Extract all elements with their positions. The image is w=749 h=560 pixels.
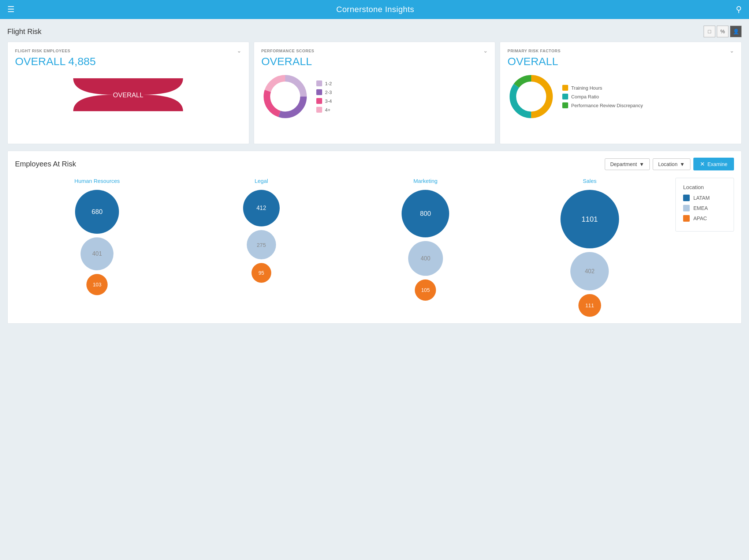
location-filter-btn[interactable]: Location ▼	[653, 158, 690, 170]
legend-training-hours: Training Hours	[562, 85, 643, 91]
svg-point-9	[517, 83, 545, 110]
flight-risk-title: Flight Risk	[7, 27, 41, 36]
legend-perf-review: Performance Review Discrepancy	[562, 102, 643, 108]
flight-risk-controls: □ % 👤	[704, 26, 742, 37]
dept-marketing: Marketing 800 400 105	[343, 178, 508, 301]
hr-label: Human Resources	[74, 178, 120, 184]
legal-bubbles: 412 275 95	[243, 190, 280, 283]
legend-item-23: 2-3	[316, 89, 332, 95]
legend-item-12: 1-2	[316, 80, 332, 86]
card1-chevron[interactable]: ⌄	[237, 48, 242, 54]
hr-emea-bubble: 401	[81, 237, 113, 270]
location-legend-box: Location LATAM EMEA APAC	[675, 178, 734, 232]
examine-btn[interactable]: ✕ Examine	[693, 158, 734, 170]
risk-factors-legend: Training Hours Compa Ratio Performance R…	[562, 85, 643, 108]
legal-latam-bubble: 412	[243, 190, 280, 226]
department-filter-btn[interactable]: Department ▼	[605, 158, 650, 170]
card2-value: OVERALL	[261, 55, 488, 68]
legend-emea: EMEA	[683, 205, 726, 211]
legal-emea-bubble: 275	[247, 230, 276, 259]
sales-bubbles: 1101 402 111	[560, 190, 619, 317]
dept-chevron-icon: ▼	[639, 161, 644, 167]
legend-compa-ratio: Compa Ratio	[562, 94, 643, 99]
card3-label: PRIMARY RISK FACTORS ⌄	[507, 48, 734, 54]
hr-apac-bubble: 103	[86, 274, 108, 295]
search-icon[interactable]: ⚲	[736, 5, 742, 14]
sales-latam-bubble: 1101	[560, 190, 619, 248]
primary-risk-factors-card: PRIMARY RISK FACTORS ⌄ OVERALL T	[500, 42, 742, 144]
bubble-chart-area: Human Resources 680 401 103 Legal 412 27…	[15, 178, 734, 317]
view-person-btn[interactable]: 👤	[730, 26, 742, 37]
flight-risk-section-header: Flight Risk □ % 👤	[7, 26, 742, 37]
legal-apac-bubble: 95	[251, 263, 271, 283]
view-box-btn[interactable]: □	[704, 26, 715, 37]
card3-chevron[interactable]: ⌄	[730, 48, 734, 54]
svg-point-5	[271, 83, 299, 110]
examine-icon: ✕	[700, 161, 705, 168]
sales-apac-bubble: 111	[578, 294, 601, 317]
view-percent-btn[interactable]: %	[717, 26, 728, 37]
marketing-emea-bubble: 400	[408, 241, 443, 276]
ear-section-header: Employees At Risk Department ▼ Location …	[15, 158, 734, 170]
ear-title: Employees At Risk	[15, 160, 76, 168]
dept-human-resources: Human Resources 680 401 103	[15, 178, 179, 295]
legend-apac: APAC	[683, 215, 726, 222]
risk-factors-donut-svg	[507, 73, 555, 120]
loc-chevron-icon: ▼	[680, 161, 685, 167]
marketing-latam-bubble: 800	[402, 190, 449, 237]
card2-label: PERFORMANCE SCORES ⌄	[261, 48, 488, 54]
svg-text:OVERALL: OVERALL	[113, 91, 144, 99]
legal-label: Legal	[254, 178, 268, 184]
performance-donut-area: 1-2 2-3 3-4 4+	[261, 73, 488, 120]
marketing-apac-bubble: 105	[415, 279, 436, 301]
card1-label: FLIGHT RISK EMPLOYEES ⌄	[15, 48, 242, 54]
menu-icon[interactable]: ☰	[7, 5, 15, 14]
funnel-svg: OVERALL	[70, 75, 187, 115]
card1-value: OVERALL 4,885	[15, 55, 242, 68]
performance-donut-svg	[261, 73, 309, 120]
app-header: ☰ Cornerstone Insights ⚲	[0, 0, 749, 19]
marketing-label: Marketing	[413, 178, 437, 184]
ear-controls: Department ▼ Location ▼ ✕ Examine	[605, 158, 734, 170]
hr-latam-bubble: 680	[75, 190, 119, 234]
marketing-bubbles: 800 400 105	[402, 190, 449, 301]
dept-legal: Legal 412 275 95	[179, 178, 344, 283]
card2-chevron[interactable]: ⌄	[483, 48, 488, 54]
performance-legend: 1-2 2-3 3-4 4+	[316, 80, 332, 113]
flight-risk-employees-card: FLIGHT RISK EMPLOYEES ⌄ OVERALL 4,885 OV…	[7, 42, 249, 144]
legend-item-4plus: 4+	[316, 107, 332, 113]
legend-latam: LATAM	[683, 195, 726, 201]
funnel-chart: OVERALL	[15, 73, 242, 117]
sales-label: Sales	[583, 178, 597, 184]
legend-item-34: 3-4	[316, 98, 332, 104]
hr-bubbles: 680 401 103	[75, 190, 119, 295]
card3-value: OVERALL	[507, 55, 734, 68]
employees-at-risk-section: Employees At Risk Department ▼ Location …	[7, 151, 742, 324]
app-title: Cornerstone Insights	[336, 5, 414, 14]
sales-emea-bubble: 402	[570, 252, 609, 290]
cards-row: FLIGHT RISK EMPLOYEES ⌄ OVERALL 4,885 OV…	[7, 42, 742, 144]
risk-factors-donut-area: Training Hours Compa Ratio Performance R…	[507, 73, 734, 120]
location-legend-title: Location	[683, 184, 726, 190]
performance-scores-card: PERFORMANCE SCORES ⌄ OVERALL 1-2	[254, 42, 496, 144]
main-content: Flight Risk □ % 👤 FLIGHT RISK EMPLOYEES …	[0, 19, 749, 330]
dept-sales: Sales 1101 402 111	[508, 178, 672, 317]
